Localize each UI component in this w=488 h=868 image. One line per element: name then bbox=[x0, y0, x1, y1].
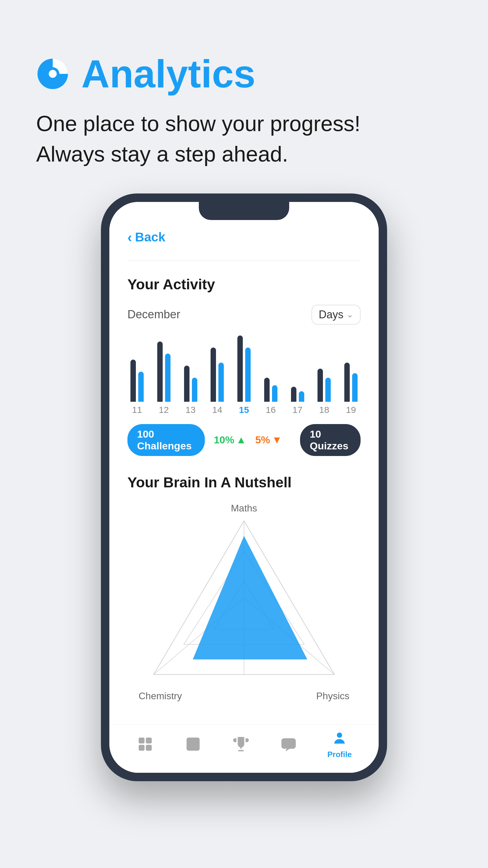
chat-icon bbox=[280, 735, 298, 753]
quizzes-badge: 10 Quizzes bbox=[300, 424, 361, 456]
trophy-icon bbox=[232, 735, 250, 753]
profile-nav-label: Profile bbox=[327, 750, 352, 759]
bar-dark-11 bbox=[130, 360, 136, 402]
bar-chart: 11 12 bbox=[127, 337, 361, 415]
radar-chart bbox=[138, 512, 350, 692]
bar-group-18: 18 bbox=[318, 369, 331, 415]
bar-group-14: 14 bbox=[210, 347, 224, 415]
bar-label-17: 17 bbox=[293, 405, 302, 415]
back-button[interactable]: ‹ Back bbox=[127, 229, 361, 245]
bar-label-19: 19 bbox=[346, 405, 356, 415]
phone-screen: ‹ Back Your Activity December Days ⌄ bbox=[109, 202, 379, 773]
home-icon bbox=[136, 735, 154, 753]
bar-dark-17 bbox=[291, 387, 296, 402]
stat-change-down: 5% ▼ bbox=[255, 434, 282, 446]
quizzes-label: Quizzes bbox=[310, 440, 348, 452]
brain-title: Your Brain In A Nutshell bbox=[127, 474, 361, 491]
bar-group-16: 16 bbox=[264, 378, 278, 415]
phone-notch bbox=[199, 202, 289, 220]
svg-point-2 bbox=[49, 70, 57, 78]
bar-blue-15 bbox=[245, 347, 251, 402]
bar-blue-19 bbox=[352, 373, 358, 402]
change2-value: 5% bbox=[255, 434, 270, 446]
bar-dark-14 bbox=[210, 347, 216, 402]
bar-group-13: 13 bbox=[184, 366, 197, 415]
page-title: Analytics bbox=[82, 54, 255, 93]
bar-label-18: 18 bbox=[319, 405, 329, 415]
bar-dark-15 bbox=[237, 336, 243, 402]
bottom-nav: Profile bbox=[109, 724, 379, 773]
bar-label-12: 12 bbox=[159, 405, 169, 415]
back-chevron-icon: ‹ bbox=[127, 229, 132, 245]
bar-group-11: 11 bbox=[130, 360, 144, 415]
bar-blue-11 bbox=[138, 372, 144, 402]
subtitle: One place to show your progress! Always … bbox=[36, 108, 452, 169]
nav-item-profile[interactable]: Profile bbox=[327, 730, 352, 759]
radar-container: Maths Chemistry Physics bbox=[127, 503, 361, 702]
bar-group-19: 19 bbox=[344, 363, 358, 415]
chevron-down-icon: ⌄ bbox=[347, 310, 353, 319]
page-wrapper: Analytics One place to show your progres… bbox=[0, 0, 488, 868]
svg-marker-9 bbox=[193, 536, 307, 659]
svg-rect-13 bbox=[146, 745, 152, 751]
nav-item-chat[interactable] bbox=[280, 735, 298, 753]
bar-blue-17 bbox=[299, 391, 304, 402]
bar-dark-12 bbox=[157, 341, 163, 402]
bar-label-13: 13 bbox=[186, 405, 195, 415]
stats-row: 100 Challenges 10% ▲ 5% ▼ bbox=[127, 424, 361, 456]
bar-dark-19 bbox=[344, 363, 350, 402]
bar-blue-14 bbox=[218, 363, 224, 402]
lessons-icon bbox=[184, 735, 202, 753]
phone-container: ‹ Back Your Activity December Days ⌄ bbox=[36, 193, 452, 781]
profile-icon bbox=[330, 730, 349, 747]
arrow-up-icon: ▲ bbox=[236, 434, 247, 446]
challenges-label: Challenges bbox=[137, 440, 192, 452]
bar-group-17: 17 bbox=[291, 387, 304, 415]
bar-label-16: 16 bbox=[266, 405, 275, 415]
nav-item-home[interactable] bbox=[136, 735, 154, 753]
header-section: Analytics One place to show your progres… bbox=[36, 54, 452, 169]
bar-blue-18 bbox=[325, 378, 331, 402]
nav-item-trophy[interactable] bbox=[232, 735, 250, 753]
activity-header: December Days ⌄ bbox=[127, 305, 361, 324]
phone-outer: ‹ Back Your Activity December Days ⌄ bbox=[101, 193, 387, 781]
title-row: Analytics bbox=[36, 54, 452, 93]
screen-content: ‹ Back Your Activity December Days ⌄ bbox=[109, 202, 379, 773]
bar-dark-13 bbox=[184, 366, 190, 402]
divider bbox=[127, 260, 361, 261]
month-label: December bbox=[127, 308, 180, 321]
challenges-count: 100 bbox=[137, 428, 154, 440]
days-dropdown[interactable]: Days ⌄ bbox=[312, 305, 361, 324]
days-label: Days bbox=[319, 308, 344, 321]
bar-group-12: 12 bbox=[157, 341, 170, 415]
bar-label-14: 14 bbox=[213, 405, 222, 415]
nav-item-lessons[interactable] bbox=[184, 735, 202, 753]
bar-blue-12 bbox=[165, 353, 170, 402]
activity-title: Your Activity bbox=[127, 276, 361, 293]
change1-value: 10% bbox=[214, 434, 234, 446]
arrow-down-icon: ▼ bbox=[272, 434, 282, 446]
quizzes-count: 10 bbox=[310, 428, 321, 440]
bar-dark-18 bbox=[318, 369, 323, 402]
bar-group-15: 15 bbox=[237, 336, 251, 415]
stat-change-up: 10% ▲ bbox=[214, 434, 247, 446]
svg-rect-20 bbox=[282, 739, 295, 748]
svg-rect-11 bbox=[146, 738, 152, 744]
challenges-badge: 100 Challenges bbox=[127, 424, 205, 456]
svg-rect-10 bbox=[139, 738, 145, 744]
bar-blue-16 bbox=[272, 385, 278, 402]
svg-point-21 bbox=[337, 733, 342, 738]
bar-blue-13 bbox=[192, 378, 197, 402]
analytics-icon bbox=[36, 57, 69, 90]
bar-label-11: 11 bbox=[132, 405, 142, 415]
bar-label-15: 15 bbox=[239, 405, 249, 415]
svg-rect-12 bbox=[139, 745, 145, 751]
back-label: Back bbox=[135, 230, 165, 244]
brain-section: Your Brain In A Nutshell Maths Chemistry… bbox=[127, 474, 361, 702]
bar-dark-16 bbox=[264, 378, 270, 402]
